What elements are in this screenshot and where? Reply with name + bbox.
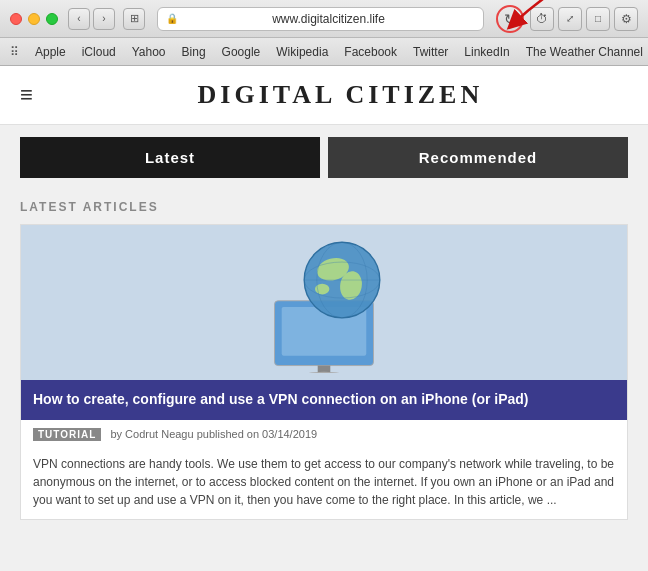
fullscreen-icon: ⤢ <box>566 13 574 24</box>
article-image <box>21 225 627 380</box>
fullscreen-button[interactable]: ⤢ <box>558 7 582 31</box>
site-header: ≡ DIGITAL CITIZEN <box>0 66 648 125</box>
settings-icon: ⚙ <box>621 12 632 26</box>
svg-point-4 <box>299 371 349 372</box>
reload-button[interactable]: ↻ <box>496 5 524 33</box>
bookmark-google[interactable]: Google <box>214 45 269 59</box>
article-meta: TUTORIAL by Codrut Neagu published on 03… <box>21 420 627 449</box>
bookmarks-grid-icon[interactable]: ⠿ <box>10 45 19 59</box>
history-button[interactable]: ⏱ <box>530 7 554 31</box>
tab-latest[interactable]: Latest <box>20 137 320 178</box>
article-illustration <box>234 233 414 373</box>
tab-view-button[interactable]: ⊞ <box>123 8 145 30</box>
section-label: LATEST ARTICLES <box>20 200 628 214</box>
bookmarks-bar: ⠿ Apple iCloud Yahoo Bing Google Wikiped… <box>0 38 648 66</box>
bookmark-weather[interactable]: The Weather Channel <box>518 45 648 59</box>
site-title: DIGITAL CITIZEN <box>53 80 628 110</box>
bookmark-apple[interactable]: Apple <box>27 45 74 59</box>
hamburger-menu[interactable]: ≡ <box>20 82 33 108</box>
tab-buttons: Latest Recommended <box>0 125 648 190</box>
tab-recommended[interactable]: Recommended <box>328 137 628 178</box>
address-bar[interactable]: 🔒 www.digitalcitizen.life <box>157 7 484 31</box>
lock-icon: 🔒 <box>166 13 178 24</box>
back-button[interactable]: ‹ <box>68 8 90 30</box>
reload-icon: ↻ <box>504 11 516 27</box>
articles-section: LATEST ARTICLES <box>0 190 648 530</box>
bookmark-wikipedia[interactable]: Wikipedia <box>268 45 336 59</box>
forward-button[interactable]: › <box>93 8 115 30</box>
minimize-button[interactable] <box>28 13 40 25</box>
sidebar-button[interactable]: □ <box>586 7 610 31</box>
close-button[interactable] <box>10 13 22 25</box>
tutorial-badge: TUTORIAL <box>33 428 101 441</box>
article-card: How to create, configure and use a VPN c… <box>20 224 628 520</box>
maximize-button[interactable] <box>46 13 58 25</box>
sidebar-icon: □ <box>595 13 601 24</box>
bookmark-twitter[interactable]: Twitter <box>405 45 456 59</box>
settings-button[interactable]: ⚙ <box>614 7 638 31</box>
bookmark-icloud[interactable]: iCloud <box>74 45 124 59</box>
bookmark-bing[interactable]: Bing <box>174 45 214 59</box>
nav-buttons: ‹ › <box>68 8 115 30</box>
traffic-lights <box>10 13 58 25</box>
article-title[interactable]: How to create, configure and use a VPN c… <box>21 380 627 420</box>
bookmark-facebook[interactable]: Facebook <box>336 45 405 59</box>
history-icon: ⏱ <box>536 12 548 26</box>
toolbar-right: ⏱ ⤢ □ ⚙ <box>530 7 638 31</box>
article-excerpt: VPN connections are handy tools. We use … <box>21 449 627 519</box>
bookmark-yahoo[interactable]: Yahoo <box>124 45 174 59</box>
article-author-date: by Codrut Neagu published on 03/14/2019 <box>110 428 317 440</box>
url-text: www.digitalcitizen.life <box>182 12 475 26</box>
page-content: ≡ DIGITAL CITIZEN Latest Recommended LAT… <box>0 66 648 571</box>
bookmark-linkedin[interactable]: LinkedIn <box>456 45 517 59</box>
title-bar: ‹ › ⊞ 🔒 www.digitalcitizen.life ↻ <box>0 0 648 38</box>
